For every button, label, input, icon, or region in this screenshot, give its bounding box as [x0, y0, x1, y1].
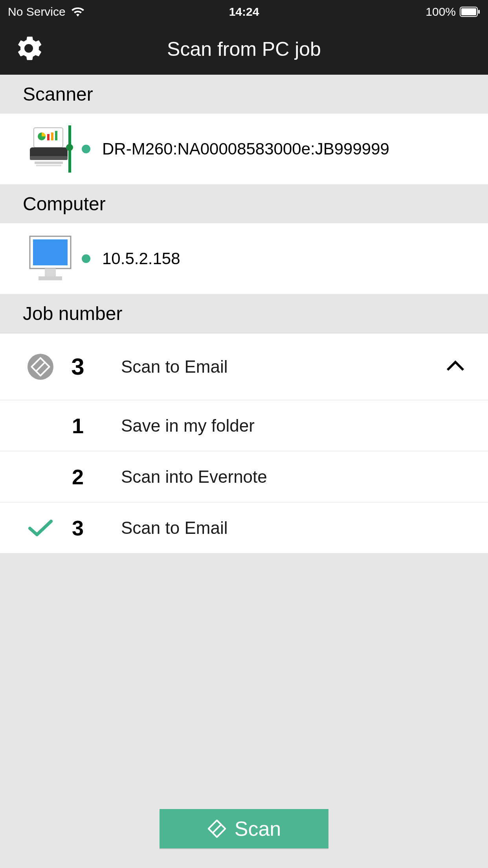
scan-button-container: Scan	[0, 809, 488, 848]
svg-rect-9	[30, 156, 68, 160]
svg-rect-17	[39, 276, 62, 280]
svg-rect-7	[55, 131, 57, 140]
carrier-text: No Service	[8, 5, 66, 18]
chevron-up-icon[interactable]	[446, 360, 465, 373]
job-selected-row[interactable]: 3 Scan to Email	[0, 333, 488, 400]
job-option-label: Save in my folder	[121, 416, 255, 436]
status-bar-time: 14:24	[165, 5, 323, 18]
page-title: Scan from PC job	[0, 38, 488, 61]
job-selected-badge	[23, 354, 58, 380]
job-option-number: 3	[58, 516, 97, 540]
job-selected-label: Scan to Email	[121, 357, 227, 377]
svg-rect-6	[51, 132, 53, 140]
scanner-name: DR-M260:NA00008583000e:JB999999	[102, 140, 389, 158]
scanner-row[interactable]: DR-M260:NA00008583000e:JB999999	[0, 114, 488, 184]
job-option-number: 1	[58, 414, 97, 438]
job-option-label: Scan into Evernote	[121, 467, 267, 487]
battery-icon	[460, 7, 480, 17]
job-option-row[interactable]: 2 Scan into Evernote	[0, 451, 488, 502]
checkmark-icon	[23, 519, 58, 537]
svg-rect-5	[47, 134, 50, 140]
svg-line-22	[213, 824, 221, 833]
status-bar-right: 100%	[323, 5, 480, 18]
job-list: 1 Save in my folder 2 Scan into Evernote…	[0, 400, 488, 553]
svg-point-13	[66, 144, 73, 151]
scan-icon	[207, 819, 227, 839]
svg-rect-16	[45, 268, 56, 276]
svg-rect-11	[36, 165, 61, 166]
section-header-job: Job number	[0, 294, 488, 333]
job-selected-number: 3	[58, 353, 97, 380]
computer-address: 10.5.2.158	[102, 249, 180, 268]
svg-rect-2	[478, 10, 480, 14]
computer-icon	[23, 233, 78, 284]
nav-bar: Scan from PC job	[0, 24, 488, 75]
section-header-computer: Computer	[0, 184, 488, 223]
computer-status-dot	[82, 254, 90, 263]
settings-button[interactable]	[16, 35, 42, 63]
scanner-icon	[23, 125, 78, 173]
svg-rect-10	[35, 162, 63, 164]
scan-button[interactable]: Scan	[160, 809, 328, 848]
computer-row[interactable]: 10.5.2.158	[0, 223, 488, 294]
job-option-row[interactable]: 1 Save in my folder	[0, 400, 488, 451]
scan-button-label: Scan	[235, 817, 281, 840]
scanner-status-dot	[82, 145, 90, 153]
status-bar-left: No Service	[8, 5, 165, 18]
job-option-number: 2	[58, 465, 97, 489]
svg-rect-1	[461, 8, 476, 15]
battery-percent: 100%	[426, 5, 456, 18]
status-bar: No Service 14:24 100%	[0, 0, 488, 24]
job-option-row[interactable]: 3 Scan to Email	[0, 502, 488, 553]
job-option-label: Scan to Email	[121, 518, 227, 538]
wifi-icon	[71, 7, 84, 17]
section-header-scanner: Scanner	[0, 75, 488, 114]
svg-rect-15	[33, 239, 68, 265]
gear-icon	[16, 56, 42, 63]
